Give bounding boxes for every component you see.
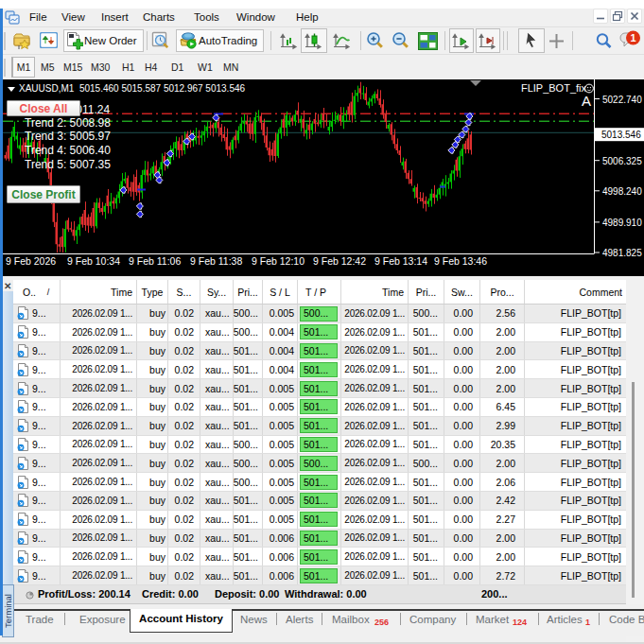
svg-text:9 Feb 13:14: 9 Feb 13:14: [374, 255, 427, 267]
svg-text:9 Feb 10:34: 9 Feb 10:34: [67, 255, 120, 267]
svg-text:Trend 2: 5008.98: Trend 2: 5008.98: [25, 116, 111, 130]
svg-text:5022.740: 5022.740: [602, 95, 642, 105]
svg-text:9 Feb 13:46: 9 Feb 13:46: [434, 255, 487, 267]
svg-text:XAUUSD,M1 5015.460 5015.587 5: XAUUSD,M1 5015.460 5015.587 5012.967 501…: [19, 83, 246, 94]
svg-text:4998.240: 4998.240: [602, 186, 642, 197]
svg-text:Trend 5: 5007.35: Trend 5: 5007.35: [25, 158, 111, 171]
svg-text:5006.325: 5006.325: [602, 156, 642, 166]
svg-text:5013.546: 5013.546: [601, 130, 641, 140]
svg-text:9 Feb 12:42: 9 Feb 12:42: [313, 255, 366, 267]
svg-text:9 Feb 12:10: 9 Feb 12:10: [252, 255, 305, 267]
svg-text:1: 1: [630, 32, 635, 44]
svg-text:9 Feb 11:06: 9 Feb 11:06: [129, 255, 181, 267]
svg-text:9 Feb 11:38: 9 Feb 11:38: [190, 255, 242, 267]
svg-text:4981.825: 4981.825: [602, 248, 642, 258]
svg-text:FLIP_BOT_fix: FLIP_BOT_fix: [521, 82, 587, 94]
svg-text:Trend 3: 5005.97: Trend 3: 5005.97: [25, 130, 111, 143]
svg-text:A: A: [582, 93, 591, 109]
svg-text:Trend 4: 5006.40: Trend 4: 5006.40: [25, 144, 111, 157]
svg-text:9 Feb 2026: 9 Feb 2026: [6, 255, 56, 267]
svg-text:4989.910: 4989.910: [602, 218, 642, 228]
